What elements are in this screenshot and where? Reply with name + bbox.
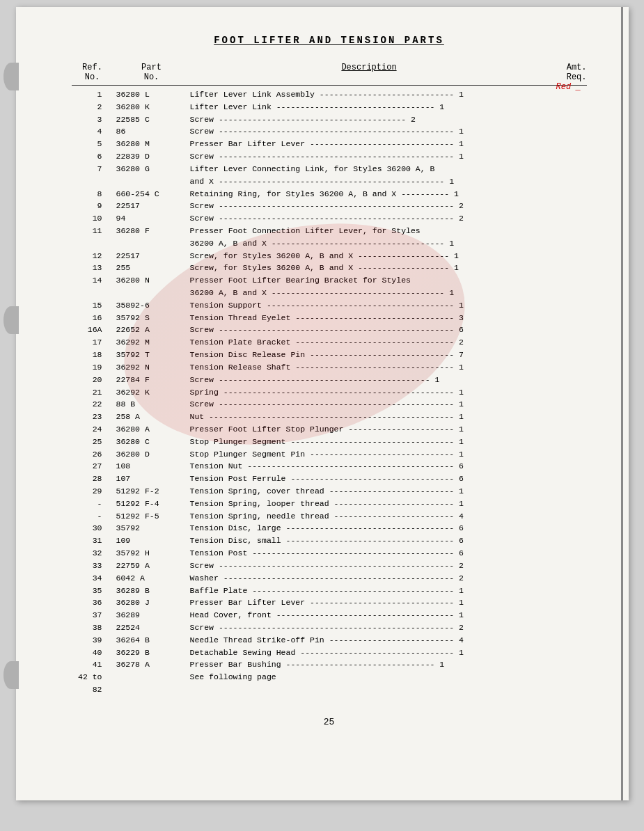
table-row: 2636280 DStop Plunger Segment Pin ------…	[72, 448, 587, 461]
part-description: and X ----------------------------------…	[190, 175, 587, 188]
table-row: 1436280 NPresser Foot Lifter Bearing Bra…	[72, 274, 587, 287]
part-description: Lifter Lever Connecting Link, for Styles…	[190, 163, 587, 175]
table-row: 4136278 A Presser Bar Bushing ----------…	[72, 658, 587, 671]
part-ref: 34	[72, 572, 113, 585]
part-ref: 12	[72, 250, 113, 262]
part-ref: 29	[72, 485, 113, 498]
part-number: 36229 B	[113, 647, 190, 659]
part-description: Tension Disc Release Pin ---------------…	[190, 349, 587, 361]
part-ref: 3	[72, 113, 113, 126]
part-number: 36280 D	[113, 448, 190, 461]
table-row: 2951292 F-2Tension Spring, cover thread …	[72, 485, 587, 498]
table-row: 16A22652 AScrew ------------------------…	[72, 324, 587, 336]
part-description: Tension Plate Bracket ------------------…	[190, 336, 587, 349]
part-description: Detachable Sewing Head -----------------…	[190, 647, 587, 659]
page-number: 25	[72, 717, 587, 727]
part-description: Screw ----------------------------------…	[190, 200, 587, 212]
side-tab-top	[3, 63, 19, 90]
part-description: Screw, for Styles 36200 A, B and X -----…	[190, 250, 587, 262]
part-number: 22524	[113, 622, 190, 634]
part-number: 36280 L	[113, 88, 190, 101]
part-description: Tension Post Ferrule -------------------…	[190, 473, 587, 485]
part-description: Presser Bar Bushing --------------------…	[190, 658, 587, 671]
table-row: 36200 A, B and X -----------------------…	[72, 287, 587, 299]
part-ref: 10	[72, 212, 113, 225]
part-number: 36289 B	[113, 585, 190, 597]
part-description: See following page	[190, 671, 587, 683]
part-ref: 23	[72, 411, 113, 423]
table-row: 31109Tension Disc, small ---------------…	[72, 535, 587, 547]
part-number: 22839 D	[113, 150, 190, 163]
part-ref: 39	[72, 634, 113, 647]
table-row: 486Screw -------------------------------…	[72, 125, 587, 138]
table-row: 1835792 TTension Disc Release Pin ------…	[72, 349, 587, 361]
part-description: Tension Support ------------------------…	[190, 299, 587, 312]
part-description: Presser Bar Lifter Lever ---------------…	[190, 138, 587, 150]
part-description: Screw ----------------------------------…	[190, 560, 587, 572]
part-ref: 14	[72, 274, 113, 287]
part-number: 36280 A	[113, 423, 190, 436]
part-number: 51292 F-2	[113, 485, 190, 498]
part-number: 86	[113, 125, 190, 138]
table-row: 2436280 APresser Foot Lifter Stop Plunge…	[72, 423, 587, 436]
table-row: 3636280 JPresser Bar Lifter Lever ------…	[72, 596, 587, 609]
table-row: 1736292 MTension Plate Bracket ---------…	[72, 336, 587, 349]
part-number: 88 B	[113, 398, 190, 411]
table-row: 42 to 82See following page	[72, 671, 587, 696]
part-number: 36264 B	[113, 634, 190, 647]
part-number: 35792 H	[113, 547, 190, 560]
part-description: Washer ---------------------------------…	[190, 572, 587, 585]
table-header: Ref. No. Part No. Description Amt. Req.	[72, 63, 587, 86]
part-ref: 33	[72, 560, 113, 572]
header-desc: Description	[190, 63, 549, 82]
part-number: 35892-6	[113, 299, 190, 312]
part-description: Tension Disc, large --------------------…	[190, 522, 587, 535]
part-description: Stop Plunger Segment -------------------…	[190, 436, 587, 448]
table-row: 236280 K Lifter Lever Link -------------…	[72, 101, 587, 113]
header-part: Part No.	[113, 63, 190, 82]
part-number: 36289	[113, 609, 190, 622]
part-number: 109	[113, 535, 190, 547]
part-number: 35792 S	[113, 312, 190, 324]
part-ref: 18	[72, 349, 113, 361]
table-row: 3035792Tension Disc, large -------------…	[72, 522, 587, 535]
part-number: 36280 J	[113, 596, 190, 609]
part-description: Lifter Lever Link Assembly -------------…	[190, 88, 587, 101]
table-row: 3235792 HTension Post ------------------…	[72, 547, 587, 560]
part-number: 36292 M	[113, 336, 190, 349]
part-ref: 37	[72, 609, 113, 622]
part-description: Screw ----------------------------------…	[190, 398, 587, 411]
part-ref: 25	[72, 436, 113, 448]
part-number: 36280 G	[113, 163, 190, 175]
table-row: 28107Tension Post Ferrule --------------…	[72, 473, 587, 485]
document-page: Red _ FOOT LIFTER AND TENSION PARTS Ref.…	[16, 7, 629, 800]
part-ref: 1	[72, 88, 113, 101]
table-row: 1535892-6Tension Support ---------------…	[72, 299, 587, 312]
table-row: 3736289Head Cover, front ---------------…	[72, 609, 587, 622]
header-ref: Ref. No.	[72, 63, 113, 82]
part-number: 258 A	[113, 411, 190, 423]
part-description: Tension Release Shaft ------------------…	[190, 361, 587, 374]
part-number: 22759 A	[113, 560, 190, 572]
part-ref: 13	[72, 262, 113, 274]
part-number: 108	[113, 460, 190, 473]
part-description: Nut ------------------------------------…	[190, 411, 587, 423]
part-number: 35792 T	[113, 349, 190, 361]
part-description: Tension Thread Eyelet ------------------…	[190, 312, 587, 324]
part-description: Screw, for Styles 36200 A, B and X -----…	[190, 262, 587, 274]
table-row: 3322759 AScrew -------------------------…	[72, 560, 587, 572]
part-number: 36280 C	[113, 436, 190, 448]
part-number: 660-254 C	[113, 188, 190, 200]
part-description: Screw ----------------------------------…	[190, 324, 587, 336]
part-number: 22585 C	[113, 113, 190, 126]
part-number: 36292 K	[113, 386, 190, 399]
part-number: 36278 A	[113, 658, 190, 671]
part-number: 51292 F-4	[113, 498, 190, 510]
table-row: 136280 LLifter Lever Link Assembly -----…	[72, 88, 587, 101]
part-ref: 38	[72, 622, 113, 634]
part-number: 94	[113, 212, 190, 225]
part-ref: 40	[72, 647, 113, 659]
table-row: 1094Screw ------------------------------…	[72, 212, 587, 225]
part-ref: 28	[72, 473, 113, 485]
table-row: 8660-254 CRetaining Ring, for Styles 362…	[72, 188, 587, 200]
